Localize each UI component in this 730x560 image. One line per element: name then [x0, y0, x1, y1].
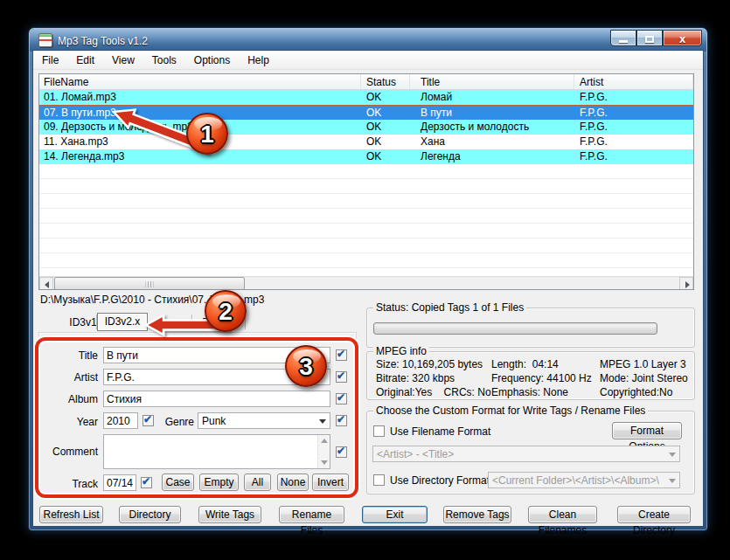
mpeg-bitrate: Bitrate: 320 kbps: [376, 372, 455, 384]
app-icon: [38, 33, 52, 47]
maximize-button[interactable]: [636, 30, 663, 46]
use-filename-format-checkbox[interactable]: [373, 425, 385, 437]
cell-title: В пути: [410, 106, 574, 120]
directory-format-select[interactable]: <Current Folder>\<Artist>\<Album>\: [488, 472, 680, 488]
mpeg-frequency: Frequency: 44100 Hz: [491, 372, 592, 384]
scroll-right-button[interactable]: [679, 277, 693, 290]
mpeg-emphasis: Emphasis: None: [491, 386, 568, 398]
list-header: FileName Status Title Artist: [39, 74, 693, 90]
scroll-left-button[interactable]: [39, 277, 53, 290]
list-empty-area: [39, 164, 693, 276]
column-header-filename[interactable]: FileName: [39, 74, 361, 89]
menu-item-tools[interactable]: Tools: [143, 52, 185, 70]
status-group-label: Status: Copied Tags 1 of 1 Files: [373, 301, 526, 314]
format-options-button[interactable]: Format Options: [612, 422, 682, 439]
mpeg-version: MPEG 1.0 Layer 3: [600, 358, 686, 370]
rename-files-button[interactable]: Rename Files: [279, 506, 344, 523]
scrollbar-thumb[interactable]: [54, 277, 245, 290]
column-header-title[interactable]: Title: [410, 74, 574, 89]
cell-artist: F.P.G.: [574, 90, 693, 105]
column-header-status[interactable]: Status: [361, 74, 410, 89]
menu-item-options[interactable]: Options: [185, 52, 239, 70]
cell-status: OK: [361, 149, 410, 164]
cell-title: Хана: [410, 135, 574, 149]
file-row[interactable]: 01. Ломай.mp3 OK Ломай F.P.G.: [39, 90, 693, 105]
file-list: FileName Status Title Artist 01. Ломай.m…: [38, 73, 694, 290]
cell-status: OK: [361, 135, 410, 149]
file-row[interactable]: 14. Легенда.mp3 OK Легенда F.P.G.: [39, 149, 693, 164]
close-icon: x: [679, 32, 685, 45]
create-directory-button[interactable]: Create Directory: [617, 506, 691, 523]
menu-bar: File Edit View Tools Options Help: [33, 52, 703, 70]
custom-format-label: Choose the Custom Format for Write Tags …: [373, 404, 648, 417]
clean-filenames-button[interactable]: Clean Filenames: [528, 506, 597, 523]
filename-format-value: <Artist> - <Title>: [377, 448, 665, 460]
use-directory-format-checkbox[interactable]: [373, 474, 385, 486]
file-row[interactable]: 09. Дерзость и молодость.mp3 OK Дерзость…: [39, 120, 693, 135]
cell-status: OK: [361, 106, 410, 120]
window-title: Mp3 Tag Tools v1.2: [58, 35, 148, 47]
close-button[interactable]: x: [663, 30, 702, 46]
progress-bar: [373, 322, 657, 335]
mpeg-copyrighted: Copyrighted:No: [600, 386, 672, 398]
annotation-callout-2: 2: [205, 290, 247, 332]
minimize-button[interactable]: [610, 30, 636, 46]
scrollbar-grip-icon: [146, 281, 154, 287]
refresh-list-button[interactable]: Refresh List: [39, 506, 103, 523]
minimize-icon: [619, 40, 628, 43]
use-filename-format-label: Use Filename Format: [390, 425, 490, 438]
callout-number: 3: [287, 353, 325, 381]
write-tags-button[interactable]: Write Tags: [198, 506, 261, 523]
cell-title: Дерзость и молодость: [410, 120, 574, 135]
scroll-left-icon: [45, 281, 49, 288]
cell-filename: 01. Ломай.mp3: [39, 90, 361, 105]
title-bar[interactable]: Mp3 Tag Tools v1.2 x: [30, 29, 706, 52]
file-row[interactable]: 11. Хана.mp3 OK Хана F.P.G.: [39, 135, 693, 149]
cell-artist: F.P.G.: [574, 135, 693, 149]
cell-status: OK: [361, 120, 410, 135]
scroll-right-icon: [685, 281, 690, 288]
menu-item-help[interactable]: Help: [239, 52, 278, 70]
cell-artist: F.P.G.: [574, 149, 693, 164]
chevron-down-icon: [669, 479, 676, 483]
horizontal-scrollbar[interactable]: [39, 276, 693, 289]
cell-artist: F.P.G.: [574, 120, 693, 135]
screenshot-root: Mp3 Tag Tools v1.2 x File Edit View Tool…: [0, 0, 730, 560]
chevron-down-icon: [669, 453, 676, 457]
directory-format-value: <Current Folder>\<Artist>\<Album>\: [492, 474, 665, 487]
menu-item-view[interactable]: View: [103, 52, 143, 70]
filename-format-select[interactable]: <Artist> - <Title>: [372, 446, 680, 462]
directory-button[interactable]: Directory: [119, 506, 181, 523]
menu-item-edit[interactable]: Edit: [67, 52, 103, 70]
column-header-artist[interactable]: Artist: [574, 74, 693, 89]
mpeg-original: Original:Yes CRCs: No: [376, 386, 491, 398]
exit-button[interactable]: Exit: [362, 506, 428, 523]
annotation-callout-1: 1: [186, 113, 228, 155]
remove-tags-button[interactable]: Remove Tags: [443, 506, 511, 523]
cell-title: Ломай: [410, 90, 574, 105]
mpeg-mode: Mode: Joint Stereo: [600, 372, 688, 384]
cell-title: Легенда: [410, 149, 574, 164]
annotation-callout-3: 3: [285, 345, 327, 387]
tab-id3v2x[interactable]: ID3v2.x: [97, 313, 148, 331]
maximize-icon: [645, 36, 654, 43]
use-directory-format-label: Use Directory Format: [390, 474, 490, 487]
mpeg-size: Size: 10,169,205 bytes: [376, 358, 483, 370]
callout-number: 2: [206, 298, 245, 326]
cell-status: OK: [361, 90, 410, 105]
callout-number: 1: [188, 121, 226, 149]
cell-artist: F.P.G.: [574, 106, 693, 120]
file-row-selected[interactable]: 07. В пути.mp3 OK В пути F.P.G.: [39, 105, 693, 120]
mpeg-length: Length: 04:14: [491, 358, 559, 370]
mpeg-info-label: MPEG info: [373, 345, 429, 357]
menu-item-file[interactable]: File: [33, 52, 67, 70]
